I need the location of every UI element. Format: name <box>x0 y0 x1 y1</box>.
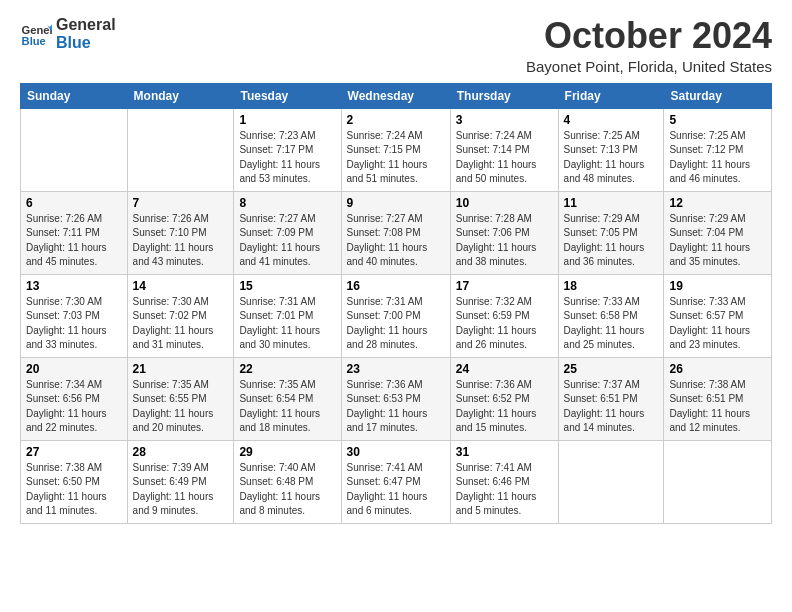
calendar-cell: 22Sunrise: 7:35 AM Sunset: 6:54 PM Dayli… <box>234 357 341 440</box>
calendar-cell: 21Sunrise: 7:35 AM Sunset: 6:55 PM Dayli… <box>127 357 234 440</box>
day-number: 17 <box>456 279 553 293</box>
calendar-week-row: 1Sunrise: 7:23 AM Sunset: 7:17 PM Daylig… <box>21 108 772 191</box>
calendar-cell: 10Sunrise: 7:28 AM Sunset: 7:06 PM Dayli… <box>450 191 558 274</box>
day-number: 26 <box>669 362 766 376</box>
calendar-table: SundayMondayTuesdayWednesdayThursdayFrid… <box>20 83 772 524</box>
logo: General Blue General Blue <box>20 16 116 53</box>
calendar-cell: 14Sunrise: 7:30 AM Sunset: 7:02 PM Dayli… <box>127 274 234 357</box>
calendar-cell: 24Sunrise: 7:36 AM Sunset: 6:52 PM Dayli… <box>450 357 558 440</box>
svg-text:Blue: Blue <box>22 36 46 48</box>
calendar-cell: 4Sunrise: 7:25 AM Sunset: 7:13 PM Daylig… <box>558 108 664 191</box>
day-info: Sunrise: 7:23 AM Sunset: 7:17 PM Dayligh… <box>239 129 335 187</box>
day-number: 11 <box>564 196 659 210</box>
day-number: 13 <box>26 279 122 293</box>
calendar-cell: 18Sunrise: 7:33 AM Sunset: 6:58 PM Dayli… <box>558 274 664 357</box>
calendar-cell: 3Sunrise: 7:24 AM Sunset: 7:14 PM Daylig… <box>450 108 558 191</box>
day-number: 12 <box>669 196 766 210</box>
calendar-week-row: 13Sunrise: 7:30 AM Sunset: 7:03 PM Dayli… <box>21 274 772 357</box>
day-info: Sunrise: 7:24 AM Sunset: 7:14 PM Dayligh… <box>456 129 553 187</box>
day-info: Sunrise: 7:30 AM Sunset: 7:02 PM Dayligh… <box>133 295 229 353</box>
calendar-cell: 8Sunrise: 7:27 AM Sunset: 7:09 PM Daylig… <box>234 191 341 274</box>
day-number: 2 <box>347 113 445 127</box>
day-info: Sunrise: 7:36 AM Sunset: 6:53 PM Dayligh… <box>347 378 445 436</box>
day-info: Sunrise: 7:24 AM Sunset: 7:15 PM Dayligh… <box>347 129 445 187</box>
calendar-week-row: 27Sunrise: 7:38 AM Sunset: 6:50 PM Dayli… <box>21 440 772 523</box>
calendar-cell: 20Sunrise: 7:34 AM Sunset: 6:56 PM Dayli… <box>21 357 128 440</box>
day-info: Sunrise: 7:27 AM Sunset: 7:09 PM Dayligh… <box>239 212 335 270</box>
day-number: 10 <box>456 196 553 210</box>
day-number: 7 <box>133 196 229 210</box>
day-info: Sunrise: 7:29 AM Sunset: 7:05 PM Dayligh… <box>564 212 659 270</box>
calendar-cell: 30Sunrise: 7:41 AM Sunset: 6:47 PM Dayli… <box>341 440 450 523</box>
day-info: Sunrise: 7:27 AM Sunset: 7:08 PM Dayligh… <box>347 212 445 270</box>
calendar-cell: 19Sunrise: 7:33 AM Sunset: 6:57 PM Dayli… <box>664 274 772 357</box>
dow-header: Thursday <box>450 83 558 108</box>
day-info: Sunrise: 7:33 AM Sunset: 6:58 PM Dayligh… <box>564 295 659 353</box>
calendar-cell: 26Sunrise: 7:38 AM Sunset: 6:51 PM Dayli… <box>664 357 772 440</box>
day-info: Sunrise: 7:41 AM Sunset: 6:46 PM Dayligh… <box>456 461 553 519</box>
calendar-cell: 15Sunrise: 7:31 AM Sunset: 7:01 PM Dayli… <box>234 274 341 357</box>
day-info: Sunrise: 7:35 AM Sunset: 6:54 PM Dayligh… <box>239 378 335 436</box>
calendar-cell: 7Sunrise: 7:26 AM Sunset: 7:10 PM Daylig… <box>127 191 234 274</box>
day-number: 28 <box>133 445 229 459</box>
calendar-week-row: 6Sunrise: 7:26 AM Sunset: 7:11 PM Daylig… <box>21 191 772 274</box>
day-info: Sunrise: 7:25 AM Sunset: 7:12 PM Dayligh… <box>669 129 766 187</box>
calendar-body: 1Sunrise: 7:23 AM Sunset: 7:17 PM Daylig… <box>21 108 772 523</box>
calendar-cell: 27Sunrise: 7:38 AM Sunset: 6:50 PM Dayli… <box>21 440 128 523</box>
day-info: Sunrise: 7:32 AM Sunset: 6:59 PM Dayligh… <box>456 295 553 353</box>
svg-text:General: General <box>22 24 52 36</box>
day-number: 9 <box>347 196 445 210</box>
day-number: 19 <box>669 279 766 293</box>
dow-header: Wednesday <box>341 83 450 108</box>
day-number: 24 <box>456 362 553 376</box>
day-number: 20 <box>26 362 122 376</box>
calendar-cell <box>664 440 772 523</box>
calendar-cell: 23Sunrise: 7:36 AM Sunset: 6:53 PM Dayli… <box>341 357 450 440</box>
dow-header: Tuesday <box>234 83 341 108</box>
day-number: 23 <box>347 362 445 376</box>
day-number: 30 <box>347 445 445 459</box>
day-number: 5 <box>669 113 766 127</box>
day-number: 6 <box>26 196 122 210</box>
day-info: Sunrise: 7:36 AM Sunset: 6:52 PM Dayligh… <box>456 378 553 436</box>
calendar-cell: 17Sunrise: 7:32 AM Sunset: 6:59 PM Dayli… <box>450 274 558 357</box>
dow-header: Saturday <box>664 83 772 108</box>
calendar-cell: 9Sunrise: 7:27 AM Sunset: 7:08 PM Daylig… <box>341 191 450 274</box>
day-info: Sunrise: 7:41 AM Sunset: 6:47 PM Dayligh… <box>347 461 445 519</box>
day-number: 22 <box>239 362 335 376</box>
calendar-cell: 16Sunrise: 7:31 AM Sunset: 7:00 PM Dayli… <box>341 274 450 357</box>
day-number: 27 <box>26 445 122 459</box>
day-number: 25 <box>564 362 659 376</box>
calendar-cell: 1Sunrise: 7:23 AM Sunset: 7:17 PM Daylig… <box>234 108 341 191</box>
dow-header: Friday <box>558 83 664 108</box>
day-number: 29 <box>239 445 335 459</box>
day-number: 14 <box>133 279 229 293</box>
dow-header: Sunday <box>21 83 128 108</box>
day-info: Sunrise: 7:34 AM Sunset: 6:56 PM Dayligh… <box>26 378 122 436</box>
dow-header: Monday <box>127 83 234 108</box>
page-header: General Blue General Blue October 2024 B… <box>20 16 772 75</box>
days-of-week-row: SundayMondayTuesdayWednesdayThursdayFrid… <box>21 83 772 108</box>
day-number: 18 <box>564 279 659 293</box>
calendar-cell: 29Sunrise: 7:40 AM Sunset: 6:48 PM Dayli… <box>234 440 341 523</box>
day-info: Sunrise: 7:37 AM Sunset: 6:51 PM Dayligh… <box>564 378 659 436</box>
calendar-cell: 13Sunrise: 7:30 AM Sunset: 7:03 PM Dayli… <box>21 274 128 357</box>
logo-icon: General Blue <box>20 18 52 50</box>
calendar-cell: 2Sunrise: 7:24 AM Sunset: 7:15 PM Daylig… <box>341 108 450 191</box>
day-number: 1 <box>239 113 335 127</box>
calendar-cell: 5Sunrise: 7:25 AM Sunset: 7:12 PM Daylig… <box>664 108 772 191</box>
day-info: Sunrise: 7:25 AM Sunset: 7:13 PM Dayligh… <box>564 129 659 187</box>
calendar-cell: 11Sunrise: 7:29 AM Sunset: 7:05 PM Dayli… <box>558 191 664 274</box>
day-info: Sunrise: 7:33 AM Sunset: 6:57 PM Dayligh… <box>669 295 766 353</box>
day-info: Sunrise: 7:29 AM Sunset: 7:04 PM Dayligh… <box>669 212 766 270</box>
logo-general: General <box>56 16 116 34</box>
month-title: October 2024 <box>526 16 772 56</box>
day-number: 8 <box>239 196 335 210</box>
day-info: Sunrise: 7:35 AM Sunset: 6:55 PM Dayligh… <box>133 378 229 436</box>
day-info: Sunrise: 7:28 AM Sunset: 7:06 PM Dayligh… <box>456 212 553 270</box>
calendar-cell: 28Sunrise: 7:39 AM Sunset: 6:49 PM Dayli… <box>127 440 234 523</box>
day-number: 21 <box>133 362 229 376</box>
logo-blue: Blue <box>56 34 116 52</box>
day-info: Sunrise: 7:40 AM Sunset: 6:48 PM Dayligh… <box>239 461 335 519</box>
calendar-cell: 6Sunrise: 7:26 AM Sunset: 7:11 PM Daylig… <box>21 191 128 274</box>
